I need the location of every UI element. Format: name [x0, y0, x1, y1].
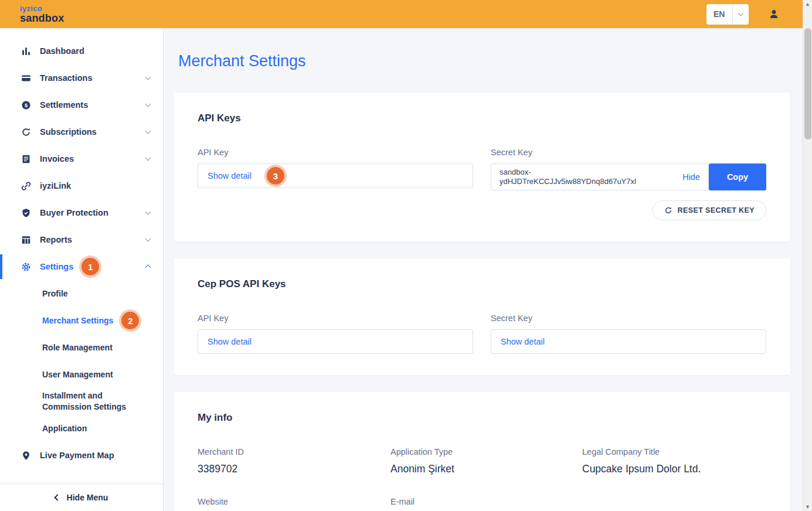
my-info-heading: My info [198, 412, 766, 424]
sidebar-item-invoices[interactable]: Invoices [0, 145, 163, 172]
cep-pos-heading: Cep POS API Keys [198, 278, 766, 290]
credit-card-icon [21, 73, 31, 83]
merchant-id-field: Merchant ID 3389702 [198, 447, 390, 475]
submenu-item-profile[interactable]: Profile [0, 280, 163, 307]
sidebar-item-label: Invoices [40, 154, 74, 163]
chevron-down-icon [145, 236, 151, 242]
refresh-icon [664, 206, 672, 214]
application-type-label: Application Type [390, 447, 582, 457]
submenu-item-label: Role Management [42, 342, 113, 353]
api-keys-heading: API Keys [198, 113, 766, 124]
legal-company-title-field: Legal Company Title Cupcake Ipsum Dolor … [582, 447, 766, 475]
sidebar-item-label: Subscriptions [40, 127, 97, 137]
logo-sandbox: sandbox [20, 13, 64, 23]
chevron-up-icon [145, 265, 151, 271]
reset-secret-key-button[interactable]: RESET SECRET KEY [653, 200, 766, 220]
account-icon[interactable] [769, 9, 779, 19]
settings-submenu: Profile Merchant Settings 2 Role Managem… [0, 280, 163, 442]
hide-menu-button[interactable]: Hide Menu [0, 483, 163, 511]
language-selector[interactable]: EN [706, 4, 749, 25]
vertical-scrollbar[interactable]: ▲ ▼ [803, 0, 812, 511]
legal-company-title-label: Legal Company Title [582, 447, 766, 457]
topbar: iyzico sandbox EN [0, 0, 803, 28]
website-field: Website [198, 497, 390, 511]
cep-pos-api-key-box: Show detail [198, 329, 473, 354]
page-title: Merchant Settings [178, 52, 790, 70]
cep-pos-secret-key-label: Secret Key [491, 314, 766, 323]
sidebar-item-reports[interactable]: Reports [0, 226, 163, 253]
legal-company-title-value: Cupcake Ipsum Dolor Ltd. [582, 463, 766, 475]
submenu-item-label: Profile [42, 288, 68, 299]
topbar-right: EN [706, 4, 783, 25]
annotation-badge-2: 2 [121, 312, 139, 329]
sidebar-item-settings[interactable]: Settings 1 [0, 253, 163, 280]
submenu-item-application[interactable]: Application [0, 415, 163, 442]
sidebar-item-iyzilink[interactable]: iyziLink [0, 172, 163, 199]
copy-button[interactable]: Copy [709, 163, 766, 190]
chevron-down-icon [145, 101, 151, 107]
sidebar: Dashboard Transactions $ Settlements [0, 28, 164, 511]
sidebar-item-label: Transactions [40, 73, 92, 83]
submenu-item-label: Application [42, 423, 87, 434]
language-code: EN [714, 9, 725, 19]
sidebar-item-label: Buyer Protection [40, 208, 108, 217]
invoice-document-icon [21, 154, 31, 164]
main-content: Merchant Settings API Keys API Key Show … [164, 28, 803, 511]
hide-menu-label: Hide Menu [67, 493, 108, 502]
application-type-value: Anonim Şirket [390, 463, 582, 475]
sidebar-item-label: Settlements [40, 100, 88, 110]
submenu-item-installment-commission[interactable]: Installment and Commission Settings [0, 388, 163, 415]
submenu-item-merchant-settings[interactable]: Merchant Settings 2 [0, 307, 163, 334]
sidebar-item-transactions[interactable]: Transactions [0, 64, 163, 91]
gear-icon [21, 262, 31, 272]
annotation-badge-1: 1 [81, 258, 99, 275]
secret-key-value: sandbox-ydHJDTreKCCJJv5iw88YDnq8d67uY7xl [500, 168, 646, 186]
api-key-box: Show detail 3 [198, 163, 473, 188]
sidebar-item-label: Reports [40, 235, 72, 244]
api-key-label: API Key [198, 148, 473, 157]
app-window: iyzico sandbox EN Dash [0, 0, 803, 511]
report-grid-icon [21, 235, 31, 245]
chevron-down-icon [145, 155, 151, 161]
submenu-item-user-management[interactable]: User Management [0, 361, 163, 388]
sidebar-item-label: Live Payment Map [40, 451, 114, 460]
submenu-item-label: Installment and Commission Settings [42, 390, 149, 413]
cep-pos-secret-key-box: Show detail [491, 329, 766, 354]
sidebar-item-live-payment-map[interactable]: Live Payment Map [0, 442, 163, 469]
submenu-item-role-management[interactable]: Role Management [0, 334, 163, 361]
secret-key-box: sandbox-ydHJDTreKCCJJv5iw88YDnq8d67uY7xl… [491, 163, 709, 190]
scroll-down-arrow[interactable]: ▼ [805, 503, 810, 511]
merchant-id-value: 3389702 [198, 463, 390, 475]
reset-secret-key-label: RESET SECRET KEY [678, 206, 755, 214]
scroll-up-arrow[interactable]: ▲ [805, 0, 810, 8]
api-key-show-detail-link[interactable]: Show detail [208, 171, 252, 180]
dashboard-icon [21, 46, 31, 56]
merchant-id-label: Merchant ID [198, 447, 390, 457]
refresh-circle-icon [21, 127, 31, 137]
chevron-down-icon [738, 11, 744, 16]
application-type-field: Application Type Anonim Şirket [390, 447, 582, 475]
secret-key-hide-link[interactable]: Hide [682, 172, 700, 182]
cep-pos-api-key-label: API Key [198, 314, 473, 323]
submenu-item-label: Merchant Settings [42, 315, 113, 326]
svg-text:$: $ [25, 102, 28, 108]
email-label: E-mail [390, 497, 582, 506]
cep-pos-secret-key-show-detail-link[interactable]: Show detail [501, 337, 545, 346]
divider [732, 4, 733, 25]
submenu-item-label: User Management [42, 369, 113, 380]
chevron-left-icon [54, 494, 60, 500]
cep-pos-api-key-show-detail-link[interactable]: Show detail [208, 337, 252, 346]
my-info-card: My info Merchant ID 3389702 Application … [174, 392, 790, 511]
email-field: E-mail [390, 497, 582, 511]
sidebar-item-label: iyziLink [40, 181, 71, 190]
sidebar-item-buyer-protection[interactable]: Buyer Protection [0, 199, 163, 226]
chevron-down-icon [145, 128, 151, 134]
sidebar-item-subscriptions[interactable]: Subscriptions [0, 118, 163, 145]
sidebar-item-dashboard[interactable]: Dashboard [0, 38, 163, 64]
secret-key-label: Secret Key [491, 148, 766, 157]
chevron-down-icon [145, 74, 151, 80]
location-pin-icon [21, 451, 31, 461]
sidebar-item-settlements[interactable]: $ Settlements [0, 91, 163, 118]
scrollbar-thumb[interactable] [804, 28, 811, 139]
cep-pos-api-keys-card: Cep POS API Keys API Key Show detail Sec… [174, 258, 790, 375]
